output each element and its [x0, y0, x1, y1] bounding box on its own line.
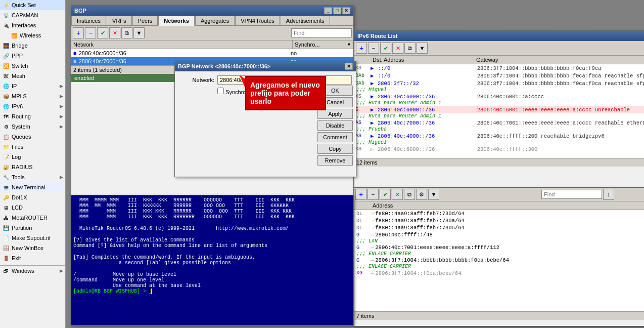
ipv6-add-btn[interactable]: +: [356, 43, 367, 54]
addr-type-g-1: G: [356, 232, 371, 238]
sidebar-item-bridge[interactable]: 🌉 Bridge: [0, 40, 65, 51]
tab-aggregates[interactable]: Aggregates: [195, 16, 235, 25]
sidebar-item-log[interactable]: 📝 Log: [0, 152, 65, 162]
bgp-row-1[interactable]: ■ 2806:40c:6000::/36 no: [71, 49, 353, 57]
ipv6-row-xs-2[interactable]: XS ▶ 2806:40c:6000::/36 2806:40c:6001::a…: [354, 93, 644, 100]
sidebar-item-make-supout[interactable]: 📄 Make Supout.rif: [0, 233, 65, 243]
addr-remove-btn[interactable]: −: [367, 189, 379, 200]
sidebar-item-mesh[interactable]: 🕸 Mesh: [0, 71, 65, 81]
addr-row-g-1[interactable]: G → 2806:40c:ffff::/48: [354, 231, 644, 238]
tab-advertisements[interactable]: Advertisements: [281, 16, 330, 25]
row1-icon: ■: [73, 50, 77, 56]
addr-icon-g-1: →: [371, 232, 374, 238]
bgp-maximize-btn[interactable]: □: [333, 7, 341, 14]
sidebar-item-switch[interactable]: 🔀 Switch: [0, 61, 65, 71]
addr-row-dl-3[interactable]: DL → fe80::4aa9:8aff:feb7:7305/64: [354, 224, 644, 231]
ipv6-row-as-2[interactable]: AS ▶ 2806:40c:4000::/36 2806:40c::ffff::…: [354, 132, 644, 140]
sidebar-item-mpls[interactable]: 📦 MPLS ▶: [0, 91, 65, 101]
sidebar-label-radius: RADIUS: [12, 164, 33, 170]
sidebar-item-system[interactable]: ⚙ System ▶: [0, 121, 65, 132]
addr-add-btn[interactable]: +: [355, 189, 366, 200]
sidebar-item-interfaces[interactable]: 🔌 Interfaces: [0, 20, 65, 30]
add-btn[interactable]: +: [73, 27, 84, 38]
sidebar-item-lcd[interactable]: 🖥 LCD: [0, 202, 65, 213]
addr-row-xg[interactable]: XG ⇒ 2806:3f7:1004::f0ca:bebe/64: [354, 269, 644, 277]
sidebar-label-capsman: CAPsMAN: [12, 12, 38, 18]
ipv6-disable-btn[interactable]: ✕: [392, 43, 403, 54]
sidebar-item-queues[interactable]: 📋 Queues: [0, 132, 65, 142]
sidebar-item-new-winbox[interactable]: 🪟 New WinBox: [0, 243, 65, 253]
tab-vrfs[interactable]: VRFs: [107, 16, 132, 25]
sidebar-item-new-terminal[interactable]: 💻 New Terminal: [0, 182, 65, 192]
addr-row-g-3[interactable]: G → 2806:3f7:1004::bbbb:bbbb:bbbb:f0ca:b…: [354, 257, 644, 264]
addr-copy-btn[interactable]: ⧉: [404, 189, 415, 200]
sidebar-item-routing[interactable]: 🗺 Routing ▶: [0, 111, 65, 121]
dialog-close-btn[interactable]: ✕: [345, 63, 353, 70]
addr-filter-btn[interactable]: ▼: [428, 189, 439, 200]
ipv6-filter-btn[interactable]: ▼: [417, 43, 428, 54]
sidebar-label-partition: Partition: [12, 225, 32, 231]
sidebar-item-ipv6[interactable]: 🌐 IPv6 ▶: [0, 101, 65, 111]
tab-peers[interactable]: Peers: [132, 16, 158, 25]
bgp-minimize-btn[interactable]: _: [324, 7, 332, 14]
sidebar-item-ip[interactable]: 🌐 IP ▶: [0, 81, 65, 91]
tab-vpn4-routes[interactable]: VPN4 Routes: [235, 16, 280, 25]
addr-row-g-2[interactable]: G → 2806:40c:7001:eeee:eeee:eeee:a:ffff/…: [354, 244, 644, 251]
addr-enable-btn[interactable]: ✔: [380, 189, 391, 200]
disable-btn[interactable]: Disable: [317, 120, 353, 131]
addr-value-dl-3: fe80::4aa9:8aff:feb7:7305/64: [375, 225, 464, 231]
tab-instances[interactable]: Instances: [71, 16, 106, 25]
remove-btn-dialog[interactable]: Remove: [317, 155, 353, 166]
ipv6-enable-btn[interactable]: ✔: [380, 43, 391, 54]
arrow-as-2: ▶: [371, 133, 378, 139]
bgp-find-input[interactable]: [291, 28, 352, 37]
dst-s: 2806:40c:6000::/36: [378, 107, 477, 113]
sidebar-item-wireless[interactable]: 📶 Wireless: [0, 30, 65, 40]
comment-btn[interactable]: Comment: [317, 132, 353, 142]
sidebar-item-dot1x[interactable]: 🔑 Dot1X: [0, 192, 65, 202]
terminal-prompt-line[interactable]: [admin@RB BGP WISPHUB] > ▌: [73, 289, 351, 294]
terminal-content[interactable]: MMM MMMM MMM III KKK KKK RRRRRR OOOOOO T…: [71, 195, 353, 325]
addr-settings-btn[interactable]: ⚙: [416, 189, 427, 200]
interfaces-icon: 🔌: [2, 21, 10, 29]
ipv6-row-as-1[interactable]: AS ▶ 2806:40c:7000::/36 2806:40c:7001::e…: [354, 119, 644, 127]
sidebar-item-quick-set[interactable]: ⚡ Quick Set: [0, 0, 65, 10]
addr-sort-btn[interactable]: ↕: [603, 189, 614, 200]
ipv6-titlebar[interactable]: IPv6 Route List _ □ ✕: [354, 31, 644, 41]
ipv6-row-xs-3[interactable]: XS ▷ 2806:40c:6000::/36 2806:40c::ffff::…: [354, 145, 644, 153]
sidebar-item-capsman[interactable]: 📡 CAPsMAN: [0, 10, 65, 20]
bgp-close-btn[interactable]: ✕: [342, 7, 350, 14]
ipv6-row-xs-1[interactable]: XS ▶ ::/0 2806:3f7:1004::bbbb:bbbb:bbbb:…: [354, 64, 644, 72]
bgp-titlebar[interactable]: BGP _ □ ✕: [71, 6, 353, 16]
sync-checkbox[interactable]: [217, 88, 224, 94]
addr-disable-btn[interactable]: ✕: [392, 189, 403, 200]
disable-btn[interactable]: ✕: [109, 27, 120, 38]
ipv6-row-dab-2[interactable]: DAb ▶ 2806:3f7::/32 2806:3f7:1004::bbbb:…: [354, 79, 644, 87]
sidebar-item-radius[interactable]: 🔐 RADIUS: [0, 162, 65, 172]
remove-btn[interactable]: −: [85, 27, 96, 38]
filter-btn[interactable]: ▼: [133, 27, 145, 38]
tab-networks[interactable]: Networks: [158, 16, 195, 26]
sidebar-item-files[interactable]: 📁 Files: [0, 142, 65, 152]
enable-btn[interactable]: ✔: [97, 27, 108, 38]
dst-as-1: 2806:40c:7000::/36: [378, 120, 477, 126]
sidebar-item-ppp[interactable]: 🔗 PPP: [0, 51, 65, 61]
addr-type-g-2: G: [356, 245, 371, 251]
apply-btn[interactable]: Apply: [317, 109, 353, 119]
ipv6-row-s[interactable]: S ▶ 2806:40c:6000::/36 2806:40c:6001::ee…: [354, 106, 644, 113]
addr-row-dl-1[interactable]: DL → fe80::4aa9:8aff:feb7:730d/64: [354, 210, 644, 217]
ipv6-remove-btn[interactable]: −: [368, 43, 379, 54]
sidebar-item-metarouter[interactable]: 🖧 MetaROUTER: [0, 213, 65, 223]
sidebar-item-tools[interactable]: 🔧 Tools ▶: [0, 172, 65, 182]
ipv6-copy-btn[interactable]: ⧉: [404, 43, 416, 54]
ipv6-row-dab-1[interactable]: DAb ▶ ::/0 2806:3f7:1004::bbbb:bbbb:bbbb…: [354, 72, 644, 79]
copy-btn[interactable]: ⧉: [121, 27, 132, 38]
arrow-dab-1: ▶: [371, 72, 378, 79]
addr-row-dl-2[interactable]: DL → fe80::4aa9:8aff:feb7:730a/64: [354, 217, 644, 224]
addr-find-input[interactable]: [541, 190, 602, 199]
sidebar-item-partition[interactable]: 💾 Partition: [0, 223, 65, 233]
sidebar-item-exit[interactable]: 🚪 Exit: [0, 253, 65, 263]
mpls-icon: 📦: [2, 92, 10, 100]
sidebar-item-windows[interactable]: 🗗 Windows ▶: [0, 266, 65, 276]
copy-btn-dialog[interactable]: Copy: [317, 144, 353, 154]
